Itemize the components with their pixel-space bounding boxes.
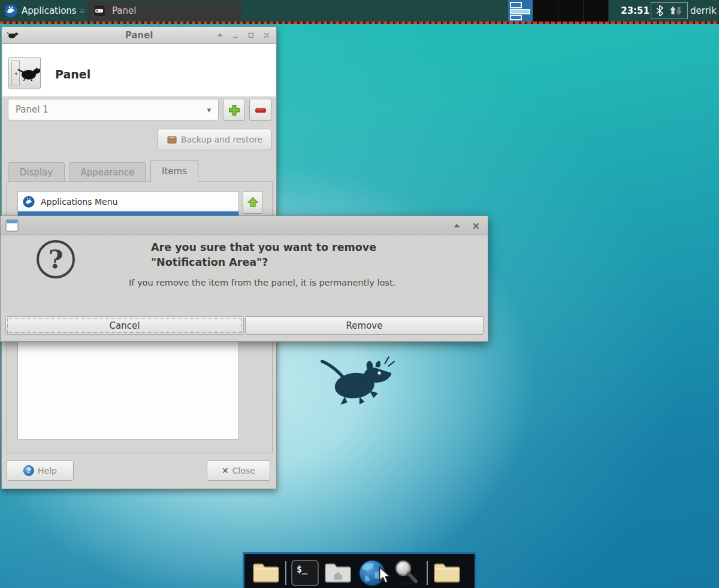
taskbar-window-label: Panel xyxy=(112,5,136,16)
panel-app-icon xyxy=(93,4,106,17)
list-item-applications-menu[interactable]: Applications Menu xyxy=(18,192,238,211)
folder-launcher[interactable] xyxy=(433,560,461,586)
xfce-logo-icon xyxy=(4,4,18,18)
backup-restore-button[interactable]: Backup and restore xyxy=(158,129,271,150)
tab-items[interactable]: Items xyxy=(150,160,198,182)
move-item-up-button[interactable] xyxy=(243,191,263,214)
tab-display[interactable]: Display xyxy=(8,162,65,182)
network-updown-icon[interactable] xyxy=(668,5,682,17)
minus-icon xyxy=(254,104,267,117)
bluetooth-icon[interactable] xyxy=(656,5,663,17)
dock-separator xyxy=(427,561,428,585)
terminal-launcher[interactable]: $_ xyxy=(291,560,319,586)
mouse-silhouette-icon xyxy=(17,66,40,81)
dialog-titlebar[interactable] xyxy=(1,216,488,235)
dialog-body-text: If you remove the item from the panel, i… xyxy=(129,278,395,287)
cancel-button[interactable]: Cancel xyxy=(5,316,244,335)
folder-icon xyxy=(252,560,280,586)
home-folder-launcher[interactable] xyxy=(324,560,352,586)
bottom-dock-panel: $_ xyxy=(243,552,476,588)
dialog-heading-line2: "Notification Area"? xyxy=(151,255,376,270)
arrow-up-icon xyxy=(246,196,259,209)
panel-edit-highlight xyxy=(0,22,719,24)
xfce-mouse-logo-wallpaper xyxy=(315,352,403,407)
panel-selector-value: Panel 1 xyxy=(16,104,207,115)
close-x-icon: ✕ xyxy=(222,466,229,475)
help-label: Help xyxy=(38,466,57,475)
panel-selector-dropdown[interactable]: Panel 1 ▾ xyxy=(8,99,219,120)
close-window-button[interactable] xyxy=(469,219,483,233)
chevron-down-icon: ▾ xyxy=(207,105,211,114)
archive-box-icon xyxy=(167,135,177,144)
folder-launcher[interactable] xyxy=(252,560,280,586)
workspace-2[interactable] xyxy=(533,0,558,22)
dock-separator xyxy=(285,561,286,585)
list-item-label: Applications Menu xyxy=(41,197,117,207)
session-username[interactable]: derrik xyxy=(690,0,717,22)
help-icon: ? xyxy=(23,465,34,476)
minimize-button[interactable] xyxy=(229,29,241,41)
panel-clock[interactable]: 23:51 xyxy=(616,0,649,22)
question-icon: ? xyxy=(37,240,75,278)
mini-window xyxy=(510,15,522,20)
panel-preferences-icon: ◂ xyxy=(8,57,41,89)
window-header: ◂ Panel xyxy=(2,44,276,96)
tab-appearance[interactable]: Appearance xyxy=(70,162,146,182)
mouse-cursor xyxy=(377,566,393,584)
panel-window-titlebar[interactable]: Panel xyxy=(2,27,276,44)
applications-menu-label: Applications xyxy=(22,5,77,16)
dialog-heading-line1: Are you sure that you want to remove xyxy=(151,240,376,255)
home-folder-icon xyxy=(324,560,352,586)
close-button[interactable]: ✕ Close xyxy=(207,460,270,481)
terminal-icon: $_ xyxy=(297,564,307,575)
workspace-3[interactable] xyxy=(558,0,584,22)
help-button[interactable]: ? Help xyxy=(7,460,74,481)
xfce-logo-icon xyxy=(23,196,35,208)
search-magnifier-icon xyxy=(392,559,422,587)
remove-item-confirmation-dialog: ? Are you sure that you want to remove "… xyxy=(0,216,488,342)
dialog-window-icon xyxy=(5,219,19,232)
remove-button[interactable]: Remove xyxy=(245,316,484,335)
plus-icon xyxy=(228,104,241,117)
workspace-switcher xyxy=(508,0,609,22)
menu-indicator-icon: ≡ xyxy=(79,7,86,16)
close-label: Close xyxy=(232,466,255,475)
page-title: Panel xyxy=(55,68,90,81)
shade-window-button[interactable] xyxy=(449,219,464,233)
workspace-4[interactable] xyxy=(584,0,609,22)
shade-window-button[interactable] xyxy=(214,29,226,41)
search-launcher[interactable] xyxy=(392,559,422,587)
workspace-1-active[interactable] xyxy=(508,0,533,22)
remove-panel-button[interactable] xyxy=(249,99,271,121)
close-window-button[interactable] xyxy=(261,29,273,41)
desktop-screen: Applications ≡ Panel 23:51 xyxy=(0,0,719,588)
maximize-button[interactable] xyxy=(245,29,257,41)
mini-window xyxy=(510,2,522,8)
mini-window xyxy=(510,9,530,14)
system-tray xyxy=(651,2,688,19)
dialog-heading: Are you sure that you want to remove "No… xyxy=(151,240,376,270)
applications-menu-button[interactable]: Applications ≡ xyxy=(0,0,89,22)
taskbar-window-button[interactable]: Panel xyxy=(88,1,241,20)
add-panel-button[interactable] xyxy=(223,99,245,121)
folder-icon xyxy=(433,560,461,586)
backup-restore-label: Backup and restore xyxy=(181,135,262,144)
top-panel: Applications ≡ Panel 23:51 xyxy=(0,0,719,22)
